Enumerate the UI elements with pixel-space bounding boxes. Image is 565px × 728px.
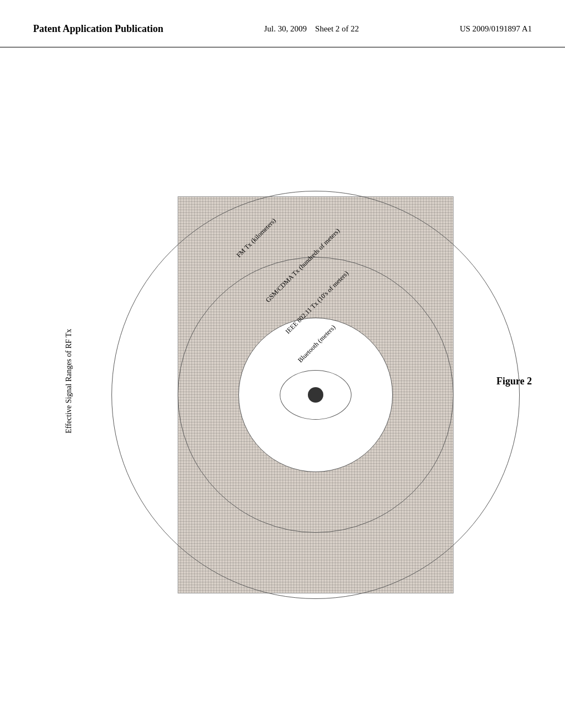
publication-date-sheet: Jul. 30, 2009 Sheet 2 of 22: [264, 22, 359, 34]
patent-number: US 2009/0191897 A1: [460, 22, 532, 34]
main-content: Effective Signal Ranges of RF Tx Figure …: [0, 47, 565, 715]
center-dot: [308, 387, 323, 403]
publication-date: Jul. 30, 2009: [264, 24, 307, 33]
page-header: Patent Application Publication Jul. 30, …: [0, 0, 565, 47]
y-axis-label: Effective Signal Ranges of RF Tx: [65, 329, 73, 433]
sheet-info: Sheet 2 of 22: [315, 24, 359, 33]
publication-title: Patent Application Publication: [33, 22, 163, 36]
diagram-container: FM Tx (kilometers) GSM/CDMA Tx (hundreds…: [145, 152, 465, 621]
